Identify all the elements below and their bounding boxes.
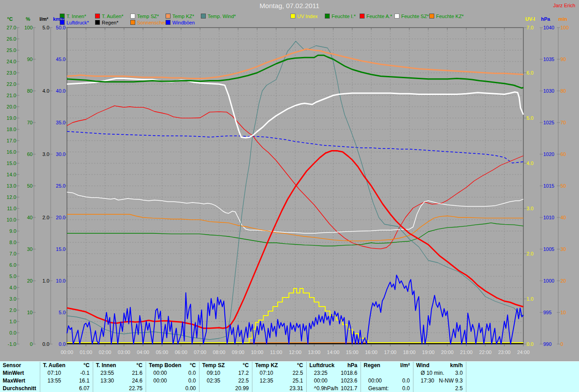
table-cell-value: 23.31 [290, 385, 303, 392]
axis-tick-label-c: 6.0 [9, 262, 16, 268]
axis-tick-label-c: 14.0 [7, 172, 16, 177]
table-filler [466, 362, 579, 392]
table-cell-value: 0.00 [185, 385, 196, 392]
table-cell-row: Ø 10 min.3.0 [413, 369, 466, 377]
axis-tick-label-hpa: 1030 [543, 88, 554, 94]
x-axis-label: 20:00 [441, 349, 454, 355]
table-column-temp-sz: Temp SZ°C09:1017.202:3522.520.99 [199, 362, 252, 392]
axis-tick-label-c: 24.0 [7, 59, 16, 64]
x-axis-label: 15:00 [346, 349, 359, 355]
table-cell-row: 6.07 [40, 385, 93, 392]
axis-tick-label-min: 30 [560, 246, 566, 252]
table-cell-time: Ø 10 min. [421, 369, 444, 377]
table-cell-value: 0.0 [402, 385, 410, 392]
table-cell-time: 17:30 [421, 377, 434, 385]
table-cell-row: 07:1022.5 [252, 369, 307, 377]
axis-tick-label-c: 22.0 [7, 81, 16, 87]
x-axis-label: 18:00 [403, 349, 416, 355]
axis-tick-label-pct: 0 [30, 341, 33, 347]
axis-tick-label-pct: 30 [27, 246, 33, 252]
axis-tick-label-kmh: 35.0 [56, 120, 66, 125]
axis-tick-label-c: 20.0 [7, 104, 16, 109]
x-axis-label: 09:00 [232, 349, 245, 355]
axis-tick-label-lm2: 4.0 [43, 88, 49, 94]
axis-tick-label-pct: 40 [27, 215, 33, 220]
table-row-label: Sensor [0, 362, 40, 369]
axis-tick-label-hpa: 1015 [543, 183, 554, 189]
axis-tick-label-pct: 90 [27, 57, 33, 62]
table-cell-time: 00:00 [153, 377, 167, 385]
table-cell-time: 00:00 [314, 377, 327, 385]
chart-canvas: -1.00.01.02.03.04.05.06.07.08.09.010.011… [0, 0, 579, 361]
axis-tick-label-uv: 7.0 [527, 25, 533, 30]
table-cell-value: 3.0 [455, 369, 463, 377]
x-axis-label: 04:00 [137, 349, 149, 355]
table-cell-value: °C [190, 362, 196, 369]
axis-tick-label-hpa: 1025 [543, 120, 554, 125]
x-axis-label: 22:00 [479, 349, 492, 355]
table-cell-row: LuftdruckhPa [307, 362, 361, 369]
x-axis-label: 08:00 [213, 349, 226, 355]
axis-tick-label-uv: 5.0 [527, 115, 533, 121]
table-cell-time: 00:00 [368, 377, 382, 385]
axis-tick-label-hpa: 995 [543, 310, 551, 315]
table-cell-time: 00:00 [153, 369, 167, 377]
axis-tick-label-c: 8.0 [9, 240, 16, 245]
axis-tick-label-kmh: 5.0 [59, 310, 66, 315]
table-cell-time: 02:35 [207, 377, 220, 385]
axis-tick-label-uv: 0.0 [527, 341, 533, 347]
axis-tick-label-pct: 70 [27, 120, 33, 125]
axis-tick-label-min: 80 [560, 88, 566, 94]
axis-tick-label-hpa: 1020 [543, 151, 554, 157]
axis-tick-label-hpa: 1005 [543, 246, 554, 252]
table-cell-value: -0.1 [80, 369, 90, 377]
table-cell-row: 20.99 [199, 385, 252, 392]
table-cell-row: 00:000.0 [361, 377, 413, 385]
table-cell-value: 21.6 [132, 369, 142, 377]
table-cell-time: 07:10 [260, 369, 273, 377]
table-cell-value: 22.5 [238, 377, 249, 385]
axis-tick-label-pct: 50 [27, 183, 33, 189]
axis-tick-label-c: 9.0 [9, 228, 16, 234]
x-axis-label: 01:00 [80, 349, 92, 355]
table-cell-time: 07:10 [47, 369, 61, 377]
axis-tick-label-hpa: 1000 [543, 278, 554, 283]
axis-tick-label-lm2: 1.0 [43, 278, 49, 283]
table-column-luftdruck: LuftdruckhPa23:251018.600:001023.6^0.9hP… [306, 362, 361, 392]
axis-tick-label-kmh: 0.0 [59, 341, 66, 347]
table-cell-row: 13:3024.6 [93, 377, 146, 385]
x-axis-label: 14:00 [327, 349, 340, 355]
table-cell-time: Temp Boden [149, 362, 181, 369]
axis-tick-label-kmh: 30.0 [56, 151, 66, 157]
x-axis-label: 02:00 [99, 349, 111, 355]
stats-table: SensorMinWertMaxWertDurchschnittT. Außen… [0, 361, 579, 392]
table-cell-value: N-NW 9.3 [439, 377, 463, 385]
table-cell-value: 1021.7 [341, 385, 357, 392]
axis-tick-label-min: 0 [560, 341, 563, 347]
axis-tick-label-c: 5.0 [9, 274, 16, 279]
axis-tick-label-pct: 100 [24, 25, 33, 30]
axis-tick-label-min: 40 [560, 215, 566, 220]
x-axis-label: 06:00 [175, 349, 187, 355]
axis-tick-label-uv: 3.0 [527, 206, 533, 211]
table-cell-time: Regen [364, 362, 380, 369]
table-cell-value: °C [297, 362, 303, 369]
axis-tick-label-hpa: 1010 [543, 215, 554, 220]
table-cell-row: Temp SZ°C [199, 362, 252, 369]
table-cell-value: 17.2 [238, 369, 249, 377]
table-column-t-innen: T. Innen°C23:5521.613:3024.622.75 [93, 362, 146, 392]
table-cell-row: Windkm/h [413, 362, 466, 369]
table-cell-row: 09:1017.2 [199, 369, 252, 377]
table-cell-time: Luftdruck [309, 362, 334, 369]
axis-tick-label-c: 1.0 [9, 319, 16, 324]
table-cell-value: 22.5 [293, 369, 303, 377]
axis-tick-label-min: 90 [560, 57, 566, 62]
axis-tick-label-kmh: 15.0 [56, 246, 66, 252]
table-cell-row: Gesamt:0.0 [361, 385, 413, 392]
table-column-temp-kz: Temp KZ°C07:1022.512:3525.123.31 [252, 362, 307, 392]
axis-tick-label-uv: 4.0 [527, 161, 533, 166]
x-axis-label: 03:00 [118, 349, 130, 355]
axis-tick-label-kmh: 50.0 [56, 25, 66, 30]
table-cell-value: 0.0 [188, 377, 196, 385]
table-cell-row: 23:5521.6 [93, 369, 146, 377]
